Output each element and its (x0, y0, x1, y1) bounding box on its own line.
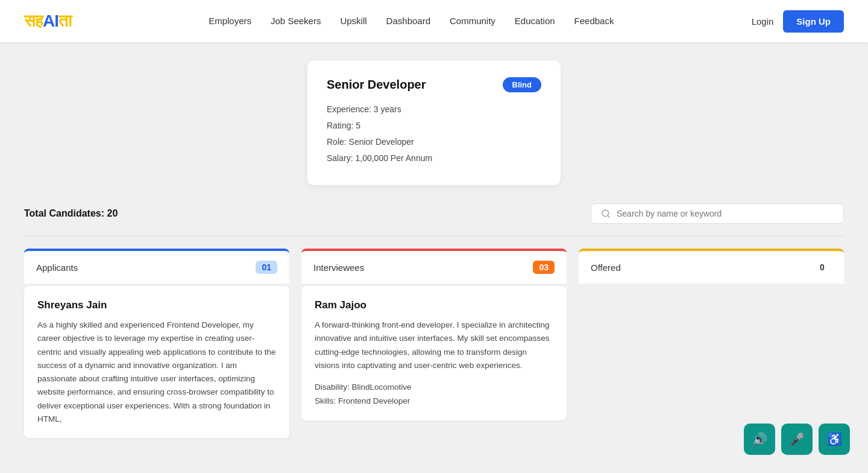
nav-dashboard[interactable]: Dashboard (386, 16, 430, 26)
job-card-wrapper: Senior Developer Blind Experience: 3 yea… (24, 60, 844, 185)
job-experience: Experience: 3 years (327, 103, 541, 116)
candidate-name-shreyans: Shreyans Jain (37, 299, 276, 311)
job-rating: Rating: 5 (327, 119, 541, 132)
logo[interactable]: सहAIता (24, 11, 71, 31)
interviewees-badge: 03 (533, 261, 555, 274)
applicants-column: Applicants 01 Shreyans Jain As a highly … (24, 249, 289, 438)
floating-buttons: 🔊 🎤 ♿ (744, 424, 850, 455)
main-content: Senior Developer Blind Experience: 3 yea… (0, 42, 868, 473)
offered-header: Offered 0 (579, 249, 844, 284)
speaker-button[interactable]: 🔊 (744, 424, 775, 455)
interviewees-column: Interviewees 03 Ram Jajoo A forward-thin… (301, 249, 567, 438)
search-icon (601, 209, 611, 218)
svg-line-1 (608, 215, 609, 217)
login-button[interactable]: Login (752, 16, 774, 27)
search-row: Total Candidates: 20 (24, 203, 844, 224)
total-candidates: Total Candidates: 20 (24, 208, 118, 219)
job-role: Role: Senior Developer (327, 136, 541, 148)
applicants-badge: 01 (256, 261, 277, 274)
nav-upskill[interactable]: Upskill (340, 16, 366, 26)
nav-community[interactable]: Community (450, 16, 495, 26)
job-details: Experience: 3 years Rating: 5 Role: Seni… (327, 103, 541, 165)
logo-part1: सह (24, 11, 43, 30)
candidate-card-ram[interactable]: Ram Jajoo A forward-thinking front-end d… (301, 286, 567, 421)
columns-row: Applicants 01 Shreyans Jain As a highly … (24, 249, 844, 438)
nav-auth: Login Sign Up (752, 10, 844, 33)
logo-part3: ता (58, 11, 71, 30)
job-salary: Salary: 1,00,000 Per Annum (327, 152, 541, 165)
interviewees-label: Interviewees (313, 262, 364, 273)
candidate-card-shreyans[interactable]: Shreyans Jain As a highly skilled and ex… (24, 286, 289, 438)
divider (24, 236, 844, 237)
signup-button[interactable]: Sign Up (783, 10, 844, 33)
logo-part2: AI (43, 11, 58, 30)
search-input[interactable] (617, 209, 834, 218)
offered-column: Offered 0 (579, 249, 844, 438)
candidate-desc-ram: A forward-thinking front-end developer, … (315, 319, 553, 372)
offered-label: Offered (591, 262, 621, 273)
nav-feedback[interactable]: Feedback (574, 16, 614, 26)
nav-links: Employers Job Seekers Upskill Dashboard … (209, 16, 614, 27)
interviewees-header: Interviewees 03 (301, 249, 567, 284)
navbar: सहAIता Employers Job Seekers Upskill Das… (0, 0, 868, 42)
candidate-name-ram: Ram Jajoo (315, 299, 553, 311)
job-title: Senior Developer (327, 78, 426, 92)
applicants-label: Applicants (36, 262, 78, 273)
search-box (591, 203, 844, 224)
accessibility-button[interactable]: ♿ (819, 424, 850, 455)
job-card: Senior Developer Blind Experience: 3 yea… (307, 60, 561, 185)
job-card-header: Senior Developer Blind (327, 77, 541, 92)
blind-badge: Blind (503, 77, 542, 92)
nav-employers[interactable]: Employers (209, 16, 251, 26)
nav-job-seekers[interactable]: Job Seekers (271, 16, 321, 26)
nav-education[interactable]: Education (515, 16, 555, 26)
candidate-disability-ram: Disability: BlindLocomotive Skills: Fron… (315, 381, 553, 408)
applicants-header: Applicants 01 (24, 249, 289, 284)
candidate-desc-shreyans: As a highly skilled and experienced Fron… (37, 319, 276, 426)
offered-badge: 0 (813, 261, 832, 274)
mic-button[interactable]: 🎤 (781, 424, 813, 455)
